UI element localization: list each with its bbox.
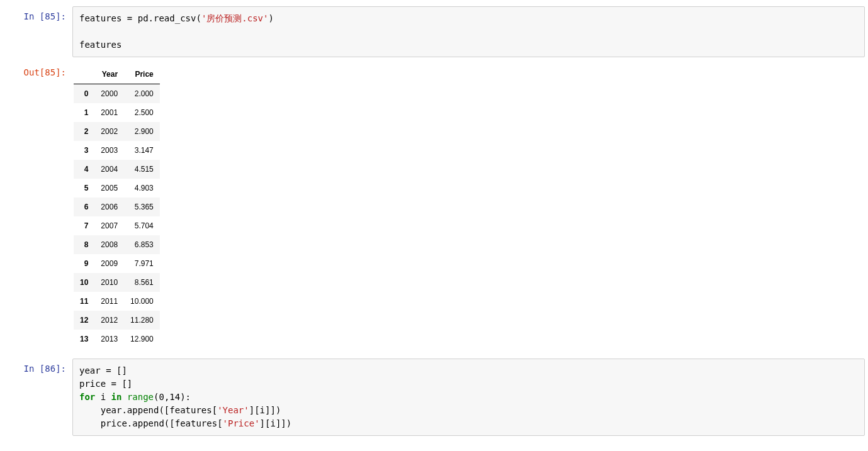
code-text: ][i]])	[249, 405, 281, 415]
cell-price: 2.500	[124, 103, 160, 122]
in-prompt-85: In [85]:	[3, 6, 72, 57]
code-text: features = pd.read_csv(	[79, 13, 201, 23]
table-row: 11201110.000	[74, 292, 160, 311]
code-text: year = []	[79, 365, 127, 376]
row-index: 2	[74, 122, 94, 141]
row-index: 7	[74, 216, 94, 235]
row-index: 8	[74, 235, 94, 254]
table-row: 420044.515	[74, 160, 160, 179]
cell-price: 2.000	[124, 84, 160, 104]
cell-year: 2012	[94, 311, 124, 330]
cell-year: 2004	[94, 160, 124, 179]
code-cell-86-input: In [86]: year = [] price = [] for i in r…	[3, 359, 865, 436]
cell-price: 4.515	[124, 160, 160, 179]
code-text: (0,14):	[154, 392, 191, 402]
cell-price: 2.900	[124, 122, 160, 141]
row-index: 6	[74, 198, 94, 216]
th-index	[74, 65, 94, 84]
code-string-literal: '房价预测.csv'	[201, 13, 269, 23]
dataframe-table: Year Price 020002.000 120012.500 220022.…	[74, 65, 160, 348]
cell-year: 2013	[94, 330, 124, 348]
code-cell-85-input: In [85]: features = pd.read_csv('房价预测.cs…	[3, 6, 865, 57]
row-index: 1	[74, 103, 94, 122]
row-index: 11	[74, 292, 94, 311]
cell-price: 5.704	[124, 216, 160, 235]
cell-price: 5.365	[124, 198, 160, 216]
cell-price: 3.147	[124, 141, 160, 160]
cell-year: 2007	[94, 216, 124, 235]
cell-price: 6.853	[124, 235, 160, 254]
table-row: 12201211.280	[74, 311, 160, 330]
row-index: 12	[74, 311, 94, 330]
row-index: 0	[74, 84, 94, 104]
code-text: features	[79, 40, 121, 50]
table-row: 820086.853	[74, 235, 160, 254]
row-index: 10	[74, 273, 94, 292]
cell-year: 2003	[94, 141, 124, 160]
table-row: 320033.147	[74, 141, 160, 160]
code-text: i	[95, 392, 111, 402]
row-index: 4	[74, 160, 94, 179]
cell-price: 7.971	[124, 254, 160, 273]
code-string-literal: 'Price'	[223, 418, 260, 428]
cell-year: 2006	[94, 198, 124, 216]
in-prompt-86: In [86]:	[3, 359, 72, 436]
code-text: price = []	[79, 379, 132, 389]
cell-year: 2002	[94, 122, 124, 141]
table-row: 920097.971	[74, 254, 160, 273]
cell-year: 2010	[94, 273, 124, 292]
cell-year: 2001	[94, 103, 124, 122]
row-index: 3	[74, 141, 94, 160]
cell-year: 2009	[94, 254, 124, 273]
cell-year: 2005	[94, 179, 124, 198]
table-row: 13201312.900	[74, 330, 160, 348]
code-string-literal: 'Year'	[217, 405, 249, 415]
code-keyword-for: for	[79, 392, 95, 402]
cell-price: 11.280	[124, 311, 160, 330]
code-text: year.append([features[	[79, 405, 217, 415]
code-input-85[interactable]: features = pd.read_csv('房价预测.csv') featu…	[72, 6, 865, 57]
table-row: 1020108.561	[74, 273, 160, 292]
cell-year: 2008	[94, 235, 124, 254]
th-price: Price	[124, 65, 160, 84]
cell-price: 4.903	[124, 179, 160, 198]
code-builtin-range: range	[121, 392, 154, 402]
row-index: 5	[74, 179, 94, 198]
table-header-row: Year Price	[74, 65, 160, 84]
row-index: 13	[74, 330, 94, 348]
code-keyword-in: in	[111, 392, 122, 402]
table-row: 120012.500	[74, 103, 160, 122]
output-area-85: Year Price 020002.000 120012.500 220022.…	[72, 62, 865, 354]
table-row: 220022.900	[74, 122, 160, 141]
cell-price: 8.561	[124, 273, 160, 292]
cell-price: 10.000	[124, 292, 160, 311]
code-text: ][i]])	[260, 418, 292, 428]
th-year: Year	[94, 65, 124, 84]
cell-year: 2000	[94, 84, 124, 104]
table-row: 720075.704	[74, 216, 160, 235]
code-cell-85-output: Out[85]: Year Price 020002.000 120012.50…	[3, 62, 865, 354]
code-text: )	[268, 13, 273, 23]
table-row: 520054.903	[74, 179, 160, 198]
table-row: 020002.000	[74, 84, 160, 104]
code-input-86[interactable]: year = [] price = [] for i in range(0,14…	[72, 359, 865, 436]
code-text: price.append([features[	[79, 418, 223, 428]
row-index: 9	[74, 254, 94, 273]
cell-price: 12.900	[124, 330, 160, 348]
cell-year: 2011	[94, 292, 124, 311]
out-prompt-85: Out[85]:	[3, 62, 72, 354]
table-row: 620065.365	[74, 198, 160, 216]
